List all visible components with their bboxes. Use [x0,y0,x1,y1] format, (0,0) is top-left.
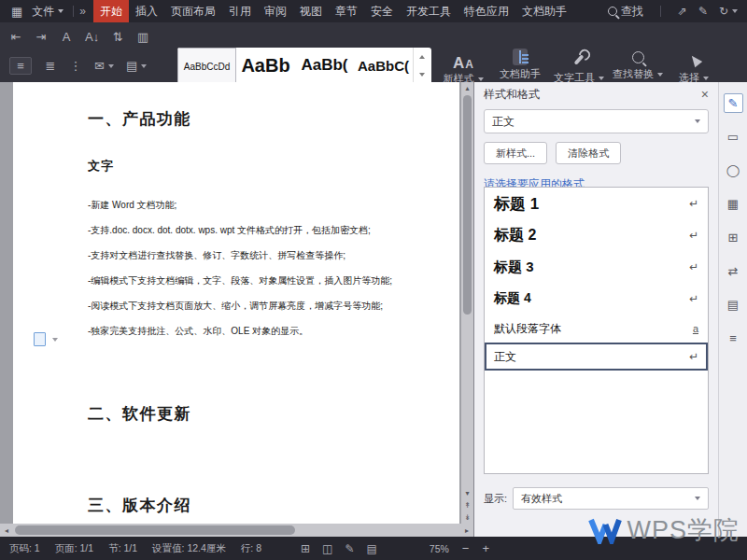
document-content: 一、产品功能 文字 -新建 Word 文档功能; -支持.doc. docx. … [13,82,459,516]
display-filter-value: 有效样式 [521,492,562,506]
chevron-down-icon [703,77,709,80]
display-filter-dropdown[interactable]: 有效样式 [513,487,709,510]
outline-view-icon[interactable]: ▤ [367,542,377,555]
scroll-down-icon[interactable]: ▾ [461,487,473,499]
layout-icon[interactable]: ▤ [724,295,743,315]
file-menu-label: 文件 [32,4,54,20]
doc-heading-software-update[interactable]: 二、软件更新 [88,403,420,425]
tab-page-layout[interactable]: 页面布局 [164,0,222,22]
doc-subheading-text[interactable]: 文字 [88,158,420,175]
shapes-icon[interactable]: ◯ [724,161,743,180]
scroll-up-icon[interactable]: ▴ [461,82,473,94]
app-grid-icon[interactable]: ▦ [11,5,22,19]
next-page-icon[interactable]: ↡ [461,511,473,524]
numbering-icon[interactable]: ⋮ [69,59,82,73]
chevron-down-icon [478,77,484,81]
shading-icon[interactable]: ▤ [126,59,147,73]
new-style-panel-button[interactable]: 新样式... [484,142,547,164]
document-page[interactable]: 一、产品功能 文字 -新建 Word 文档功能; -支持.doc. docx. … [13,82,459,524]
search-button[interactable]: 查找 [608,4,643,20]
zoom-level[interactable]: 75% [430,543,449,554]
clear-format-button[interactable]: 清除格式 [556,142,621,164]
zoom-in-button[interactable]: + [482,541,489,555]
style-item-body-selected[interactable]: 正文 ↵ [485,343,708,371]
comment-icon[interactable]: ▭ [724,127,743,147]
tab-doc-assistant[interactable]: 文档助手 [515,0,573,22]
reorder-icon[interactable]: ⇅ [111,30,124,44]
doc-paragraph[interactable]: -支持.doc. docx. dot. dotx. wps. wpt 文件格式的… [88,224,420,237]
pen-mode-icon[interactable]: ✎ [345,542,354,555]
apps-grid-icon[interactable]: ⊞ [724,228,743,247]
paragraph-tools-row-1: ⇤ ⇥ A A↓ ⇅ ▥ [9,30,149,44]
doc-paragraph[interactable]: -新建 Word 文档功能; [88,199,420,212]
tab-security[interactable]: 安全 [364,0,400,22]
scroll-right-icon[interactable]: ▸ [460,526,473,535]
share-icon[interactable]: ⇗ [678,5,687,18]
close-icon[interactable]: × [701,88,709,101]
fullscreen-icon[interactable]: ⊞ [301,542,310,555]
vertical-scrollbar-thumb[interactable] [463,95,472,315]
comment-indicator[interactable] [34,332,58,346]
cursor-icon [685,49,702,68]
doc-paragraph[interactable]: -支持对文档进行查找替换、修订、字数统计、拼写检查等操作; [88,249,420,262]
zoom-out-button[interactable]: − [462,541,470,555]
view-mode-icons: ⊞ ◫ ✎ ▤ [301,542,377,555]
columns-icon[interactable]: ▥ [136,30,149,44]
ribbon: ⇤ ⇥ A A↓ ⇅ ▥ ≡ ≣ ⋮ ✉ ▤ AaBbCcDd 正文 AaBb … [0,22,747,82]
current-style-dropdown[interactable]: 正文 [484,109,709,133]
envelope-icon[interactable]: ✉ [94,59,114,73]
tab-view[interactable]: 视图 [293,0,329,22]
align-menu-icon[interactable]: ≡ [9,57,32,75]
previous-page-icon[interactable]: ↟ [461,499,473,511]
caret-up-icon [419,55,425,59]
style-item-heading2[interactable]: 标题 2 ↵ [485,219,708,251]
doc-paragraph[interactable]: -独家完美支持批注、公式、水印、OLE 对象的显示。 [88,325,420,338]
new-style-icon: AA [453,49,473,71]
two-page-view-icon[interactable]: ◫ [322,542,332,555]
overflow-chevron-icon[interactable]: » [79,5,86,18]
vertical-scrollbar[interactable]: ▴ ▾ ↟ ↡ [461,82,473,524]
gallery-scroll-down-icon[interactable] [414,65,430,83]
status-setting-value: 设置值: 12.4厘米 [152,542,226,555]
sort-icon[interactable]: A↓ [85,30,99,44]
doc-heading-product-features[interactable]: 一、产品功能 [88,108,420,130]
horizontal-scrollbar[interactable]: ◂ ▸ [0,524,473,537]
style-item-heading4[interactable]: 标题 4 ↵ [485,283,708,315]
style-item-heading1[interactable]: 标题 1 ↵ [485,188,708,219]
chevron-down-icon [732,9,738,13]
chevron-down-icon [599,77,604,80]
style-item-default-font[interactable]: 默认段落字体 a [485,315,708,343]
tab-section[interactable]: 章节 [329,0,364,22]
table-icon[interactable]: ▦ [724,194,743,214]
paragraph-mark-icon: ↵ [689,292,698,305]
tab-references[interactable]: 引用 [222,0,258,22]
tab-special-features[interactable]: 特色应用 [458,0,515,22]
style-item-heading3[interactable]: 标题 3 ↵ [485,251,708,283]
wrench-icon [573,54,584,65]
edit-note-icon[interactable]: ✎ [698,5,708,18]
line-spacing-icon[interactable]: ≣ [44,59,57,73]
indent-left-icon[interactable]: ⇤ [9,30,22,44]
ribbon-tabs: 开始 插入 页面布局 引用 审阅 视图 章节 安全 开发工具 特色应用 文档助手 [93,0,573,22]
doc-paragraph[interactable]: -编辑模式下支持文档编辑，文字、段落、对象属性设置，插入图片等功能; [88,274,420,287]
doc-heading-version-intro[interactable]: 三、版本介绍 [88,495,420,516]
pen-tool-icon[interactable]: ✎ [724,93,743,113]
tab-insert[interactable]: 插入 [129,0,164,22]
tab-dev-tools[interactable]: 开发工具 [400,0,458,22]
scroll-left-icon[interactable]: ◂ [0,526,13,535]
menu-icon[interactable]: ≡ [724,329,743,348]
gallery-scroll-up-icon[interactable] [414,48,430,65]
paragraph-mark-icon: ↵ [689,350,698,363]
tab-review[interactable]: 审阅 [258,0,293,22]
sync-button[interactable]: ↻ [719,5,738,18]
indent-right-icon[interactable]: ⇥ [35,30,48,44]
divider [73,6,74,17]
tab-home[interactable]: 开始 [93,0,129,22]
file-menu[interactable]: 文件 [28,4,67,20]
font-scale-icon[interactable]: A [60,30,73,44]
chevron-down-icon [695,119,700,123]
doc-paragraph[interactable]: -阅读模式下支持文档页面放大、缩小，调节屏幕亮度，增减字号等功能; [88,300,420,313]
swap-icon[interactable]: ⇄ [724,261,743,281]
horizontal-scrollbar-thumb[interactable] [15,525,295,535]
style-item-label: 标题 4 [494,290,531,307]
